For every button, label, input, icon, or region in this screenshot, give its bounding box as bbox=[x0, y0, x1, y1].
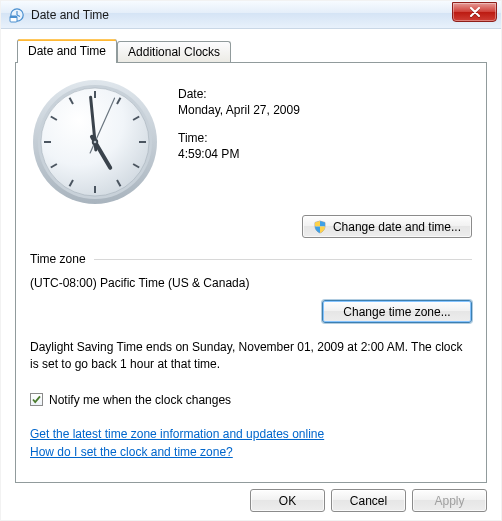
tab-label: Date and Time bbox=[28, 44, 106, 58]
date-and-time-window: Date and Time Date and Time Additional C… bbox=[0, 0, 502, 521]
checkbox-label: Notify me when the clock changes bbox=[49, 393, 231, 407]
button-label: Apply bbox=[434, 494, 464, 508]
tab-date-and-time[interactable]: Date and Time bbox=[17, 39, 117, 63]
tab-additional-clocks[interactable]: Additional Clocks bbox=[117, 41, 231, 62]
tab-body: Date: Monday, April 27, 2009 Time: 4:59:… bbox=[15, 62, 487, 483]
tab-label: Additional Clocks bbox=[128, 45, 220, 59]
date-label: Date: bbox=[178, 87, 472, 101]
svg-point-24 bbox=[94, 141, 97, 144]
svg-rect-4 bbox=[10, 16, 17, 18]
apply-button[interactable]: Apply bbox=[412, 489, 487, 512]
group-header: Time zone bbox=[30, 252, 472, 266]
window-title: Date and Time bbox=[31, 8, 452, 22]
date-time-icon bbox=[9, 7, 25, 23]
notify-checkbox-row: Notify me when the clock changes bbox=[30, 393, 472, 407]
link-how-to[interactable]: How do I set the clock and time zone? bbox=[30, 445, 233, 459]
ok-button[interactable]: OK bbox=[250, 489, 325, 512]
date-value: Monday, April 27, 2009 bbox=[178, 103, 472, 117]
content-area: Date and Time Additional Clocks bbox=[1, 29, 501, 520]
cancel-button[interactable]: Cancel bbox=[331, 489, 406, 512]
titlebar: Date and Time bbox=[1, 1, 501, 29]
change-date-time-button[interactable]: Change date and time... bbox=[302, 215, 472, 238]
change-time-zone-button[interactable]: Change time zone... bbox=[322, 300, 472, 323]
top-area: Date: Monday, April 27, 2009 Time: 4:59:… bbox=[30, 77, 472, 207]
notify-checkbox[interactable] bbox=[30, 393, 43, 406]
time-label: Time: bbox=[178, 131, 472, 145]
button-label: Cancel bbox=[350, 494, 387, 508]
divider bbox=[94, 259, 472, 260]
time-value: 4:59:04 PM bbox=[178, 147, 472, 161]
change-date-time-row: Change date and time... bbox=[30, 215, 472, 238]
group-title: Time zone bbox=[30, 252, 86, 266]
change-time-zone-row: Change time zone... bbox=[30, 300, 472, 323]
time-zone-group: Time zone (UTC-08:00) Pacific Time (US &… bbox=[30, 252, 472, 323]
dst-notice: Daylight Saving Time ends on Sunday, Nov… bbox=[30, 339, 472, 373]
time-zone-display: (UTC-08:00) Pacific Time (US & Canada) bbox=[30, 276, 472, 290]
button-label: Change time zone... bbox=[343, 305, 450, 319]
date-time-info: Date: Monday, April 27, 2009 Time: 4:59:… bbox=[178, 77, 472, 175]
shield-icon bbox=[313, 220, 327, 234]
links-area: Get the latest time zone information and… bbox=[30, 427, 472, 459]
analog-clock bbox=[30, 77, 160, 207]
footer: OK Cancel Apply bbox=[15, 483, 487, 512]
button-label: OK bbox=[279, 494, 296, 508]
close-button[interactable] bbox=[452, 2, 497, 22]
button-label: Change date and time... bbox=[333, 220, 461, 234]
link-update-info[interactable]: Get the latest time zone information and… bbox=[30, 427, 324, 441]
tabstrip: Date and Time Additional Clocks bbox=[15, 39, 487, 62]
